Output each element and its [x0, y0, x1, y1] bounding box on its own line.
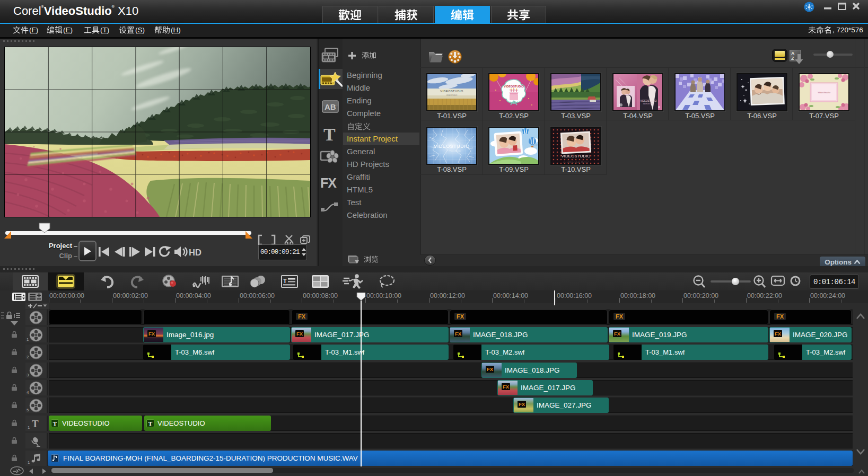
svg-text:T: T [283, 278, 287, 284]
svg-text:3: 3 [27, 373, 29, 377]
svg-text:2: 2 [27, 355, 29, 359]
svg-text:1: 1 [28, 460, 30, 465]
svg-text:1: 1 [28, 425, 30, 430]
svg-text:T: T [32, 418, 39, 429]
svg-text:5: 5 [27, 408, 29, 412]
svg-text:4: 4 [27, 390, 29, 395]
svg-text:1: 1 [27, 337, 29, 342]
